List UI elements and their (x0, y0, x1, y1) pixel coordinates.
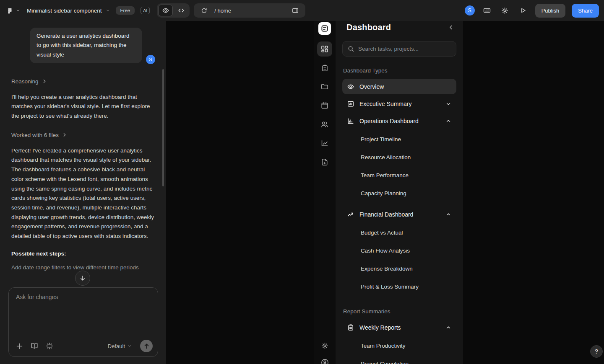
assistant-intro-text: I'll help you create a user analytics da… (11, 93, 155, 121)
user-message-row: Generate a user analytics dashboard to g… (11, 28, 155, 63)
publish-button[interactable]: Publish (535, 4, 566, 18)
panel-header: Dashboard (342, 21, 456, 34)
composer-toolbar: Default (14, 340, 153, 352)
nav-label: Operations Dashboard (359, 118, 419, 124)
ai-sparkle-button[interactable] (44, 341, 55, 351)
nav-item-operations-dashboard[interactable]: Operations Dashboard (342, 113, 456, 129)
nav-item-financial-dashboard[interactable]: Financial Dashboard (342, 207, 456, 222)
code-view-button[interactable] (174, 5, 188, 16)
nav-subitem-expense-breakdown[interactable]: Expense Breakdown (342, 260, 456, 278)
sparkle-icon (46, 342, 53, 350)
chevron-down-icon (16, 8, 20, 13)
nav-label: Financial Dashboard (359, 211, 413, 218)
nav-item-executive-summary[interactable]: Executive Summary (342, 96, 456, 111)
rail-new-file-button[interactable] (317, 155, 332, 170)
help-button[interactable]: ? (590, 345, 603, 358)
library-button[interactable] (29, 341, 39, 351)
user-circle-icon (321, 359, 329, 364)
chat-composer: Default (8, 287, 158, 357)
bar-chart-icon (347, 118, 354, 124)
project-title-menu[interactable]: Minimalist sidebar component (27, 8, 110, 14)
panel-title: Dashboard (346, 23, 391, 32)
chevron-down-icon (128, 344, 132, 348)
device-layout-icon (292, 7, 299, 14)
gear-icon (321, 342, 328, 349)
send-button[interactable] (140, 340, 153, 352)
present-play-button[interactable] (517, 5, 529, 16)
plus-icon (16, 343, 23, 350)
user-avatar[interactable]: S (465, 5, 475, 15)
nav-subitem-team-productivity[interactable]: Team Productivity (342, 337, 456, 355)
scroll-to-bottom-button[interactable] (75, 271, 90, 286)
nav-item-overview[interactable]: Overview (342, 79, 456, 94)
keyboard-icon (483, 7, 491, 14)
app-root: Minimalist sidebar component Free AI (0, 0, 604, 364)
nav-subitem-project-timeline[interactable]: Project Timeline (342, 130, 456, 148)
nav-subitem-budget-vs-actual[interactable]: Budget vs Actual (342, 224, 456, 242)
search-box (342, 41, 456, 57)
clipboard-icon (321, 65, 328, 72)
rail-settings-button[interactable] (317, 338, 332, 353)
device-preview-button[interactable] (289, 5, 301, 16)
plan-badge: Free (116, 6, 135, 15)
chevron-up-icon (445, 325, 451, 330)
book-icon (31, 342, 38, 350)
refresh-icon (201, 8, 207, 14)
rail-profile-button[interactable] (317, 355, 332, 364)
worked-files-toggle[interactable]: Worked with 6 files (11, 132, 67, 138)
nav-subitem-team-performance[interactable]: Team Performance (342, 166, 456, 184)
model-selector-value: Default (108, 343, 125, 349)
section-label-dashboard-types: Dashboard Types (342, 67, 456, 74)
trending-up-icon (347, 211, 354, 218)
keyboard-shortcuts-button[interactable] (481, 5, 493, 16)
chart-board-icon (347, 101, 354, 107)
preview-eye-button[interactable] (158, 5, 173, 16)
chevron-down-icon (445, 101, 451, 107)
rail-calendar-button[interactable] (317, 98, 332, 113)
settings-button[interactable] (499, 5, 511, 16)
chat-panel: Generate a user analytics dashboard to g… (0, 21, 166, 364)
user-message-bubble: Generate a user analytics dashboard to g… (30, 28, 142, 63)
reasoning-label: Reasoning (11, 78, 39, 85)
clipboard-icon (347, 324, 354, 331)
nav-subitem-project-completion[interactable]: Project Completion (342, 355, 456, 364)
nav-item-weekly-reports[interactable]: Weekly Reports (342, 320, 456, 335)
search-input[interactable] (358, 46, 451, 52)
arrow-down-icon (79, 275, 86, 281)
nav-subitem-profit-loss-summary[interactable]: Profit & Loss Summary (342, 278, 456, 296)
breadcrumb[interactable]: / home (210, 8, 289, 14)
icon-rail (314, 21, 336, 364)
rail-analytics-button[interactable] (317, 136, 332, 151)
next-steps-heading: Possible next steps: (11, 249, 155, 259)
chevron-up-icon (445, 212, 451, 217)
rail-projects-button[interactable] (317, 79, 332, 94)
nav-subitem-cash-flow-analysis[interactable]: Cash Flow Analysis (342, 242, 456, 260)
chat-input[interactable] (9, 288, 158, 331)
eye-icon (347, 83, 354, 90)
chevron-right-icon (42, 79, 47, 84)
main-menu-button[interactable] (6, 6, 21, 15)
folder-icon (321, 83, 328, 90)
nav-label: Weekly Reports (359, 324, 401, 331)
rail-tasks-button[interactable] (317, 60, 332, 75)
share-button[interactable]: Share (572, 4, 599, 18)
rail-dashboard-button[interactable] (317, 41, 332, 57)
users-icon (321, 121, 328, 128)
rail-team-button[interactable] (317, 117, 332, 132)
sidebar-panel: Dashboard Dashboard Types Overview (336, 21, 463, 364)
reasoning-toggle[interactable]: Reasoning (11, 78, 47, 85)
nav-label: Executive Summary (359, 101, 411, 107)
chevron-right-icon (62, 132, 67, 137)
model-selector[interactable]: Default (108, 343, 132, 349)
nav-list-reports: Weekly Reports Team Productivity Project… (342, 320, 456, 364)
chat-scrollbar-thumb[interactable] (162, 69, 164, 186)
refresh-button[interactable] (198, 5, 210, 16)
gear-icon (501, 7, 508, 14)
collapse-sidebar-button[interactable] (445, 22, 456, 33)
user-avatar: S (146, 55, 155, 64)
view-toggle-group (157, 3, 190, 18)
nav-subitem-resource-allocation[interactable]: Resource Allocation (342, 148, 456, 166)
nav-subitem-capacity-planning[interactable]: Capacity Planning (342, 184, 456, 202)
add-attachment-button[interactable] (14, 341, 24, 351)
chevron-up-icon (445, 118, 451, 124)
